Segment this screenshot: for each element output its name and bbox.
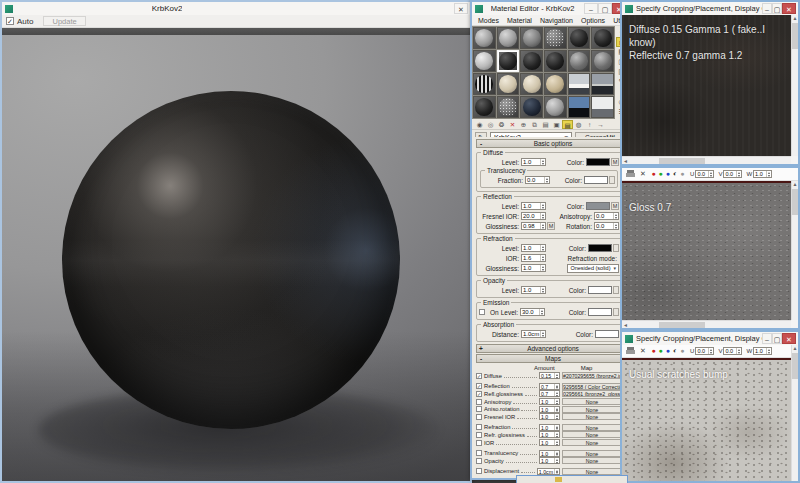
v-spinner[interactable]: 0.0 bbox=[723, 170, 742, 178]
opacity-map-button[interactable] bbox=[613, 286, 619, 294]
mono-channel-icon[interactable]: ◐ bbox=[673, 347, 677, 355]
vertical-scrollbar[interactable]: ▲ bbox=[791, 181, 798, 320]
map-button[interactable]: None bbox=[562, 450, 622, 457]
red-channel-icon[interactable]: ● bbox=[651, 170, 655, 178]
refraction-level-spinner[interactable]: 1.0 bbox=[521, 244, 546, 252]
material-sample-slot[interactable] bbox=[520, 50, 543, 72]
scroll-up-icon[interactable]: ▲ bbox=[792, 15, 798, 22]
map-amount-spinner[interactable]: 1.0 bbox=[539, 424, 560, 431]
map-button[interactable]: None bbox=[562, 398, 622, 405]
go-to-parent-icon[interactable]: ↑ bbox=[584, 120, 595, 129]
delete-icon[interactable]: ✕ bbox=[640, 347, 646, 355]
print-icon[interactable] bbox=[626, 347, 636, 355]
map-button[interactable]: 0295661 (bronze2_gloss.jpg) bbox=[562, 390, 622, 397]
material-sample-slot[interactable] bbox=[568, 50, 591, 72]
close-icon[interactable]: ✕ bbox=[782, 333, 796, 344]
map-enable-checkbox[interactable] bbox=[476, 468, 482, 474]
alpha-channel-icon[interactable]: ● bbox=[680, 170, 684, 178]
maximize-icon[interactable]: ▢ bbox=[598, 3, 612, 14]
rollout-maps[interactable]: - Maps bbox=[476, 354, 622, 363]
u-spinner[interactable]: 0.0 bbox=[695, 347, 714, 355]
crop-window-titlebar[interactable]: Specify Cropping/Placement, Display Ga..… bbox=[622, 2, 798, 15]
material-sample-slot[interactable] bbox=[473, 73, 496, 95]
red-channel-icon[interactable]: ● bbox=[651, 347, 655, 355]
scroll-left-icon[interactable]: ◄ bbox=[622, 158, 629, 164]
material-sample-slot[interactable] bbox=[544, 27, 567, 49]
texture-view[interactable]: Gloss 0.7 bbox=[622, 181, 791, 320]
map-button[interactable]: None bbox=[562, 413, 622, 420]
get-material-icon[interactable]: ◉ bbox=[474, 120, 485, 129]
anisotropy-spinner[interactable]: 0.0 bbox=[594, 212, 619, 220]
material-sample-slot[interactable] bbox=[520, 73, 543, 95]
emission-on-checkbox[interactable] bbox=[479, 309, 485, 315]
material-sample-slot[interactable] bbox=[497, 96, 520, 118]
put-to-library-icon[interactable]: ▤ bbox=[540, 120, 551, 129]
emission-map-button[interactable] bbox=[613, 308, 619, 316]
map-button[interactable]: None bbox=[562, 457, 622, 464]
w-spinner[interactable]: 1.0 bbox=[753, 170, 772, 178]
map-amount-spinner[interactable]: 0.7 bbox=[539, 390, 560, 397]
map-amount-spinner[interactable]: 1.0 bbox=[539, 398, 560, 405]
map-enable-checkbox[interactable]: ✓ bbox=[476, 373, 482, 379]
material-sample-slot[interactable] bbox=[520, 96, 543, 118]
blue-channel-icon[interactable]: ● bbox=[666, 170, 670, 178]
menu-options[interactable]: Options bbox=[577, 17, 609, 24]
horizontal-scrollbar[interactable]: ◄ bbox=[622, 156, 791, 164]
vertical-scrollbar[interactable]: ▲ bbox=[791, 15, 798, 156]
material-sample-slot[interactable] bbox=[591, 27, 614, 49]
opacity-color-swatch[interactable] bbox=[588, 286, 612, 294]
blue-channel-icon[interactable]: ● bbox=[666, 347, 670, 355]
minimize-icon[interactable]: – bbox=[762, 333, 772, 344]
diffuse-map-button[interactable]: M bbox=[611, 158, 619, 166]
update-button[interactable]: Update bbox=[43, 16, 85, 26]
material-sample-slot[interactable] bbox=[497, 27, 520, 49]
material-id-channel-icon[interactable]: ▣ bbox=[551, 120, 562, 129]
material-sample-slot[interactable] bbox=[497, 73, 520, 95]
diffuse-color-swatch[interactable] bbox=[586, 158, 610, 166]
maximize-icon[interactable]: ▢ bbox=[772, 333, 782, 344]
material-sample-slot[interactable] bbox=[591, 96, 614, 118]
glossiness-map-button[interactable]: M bbox=[547, 222, 555, 230]
translucency-color-swatch[interactable] bbox=[584, 176, 608, 184]
make-unique-icon[interactable]: ⧉ bbox=[529, 120, 540, 129]
material-sample-slot[interactable] bbox=[473, 27, 496, 49]
map-button[interactable]: None bbox=[562, 406, 622, 413]
scroll-up-icon[interactable]: ▲ bbox=[792, 181, 798, 188]
map-enable-checkbox[interactable] bbox=[476, 458, 482, 464]
print-icon[interactable] bbox=[626, 170, 636, 178]
scroll-left-icon[interactable]: ◄ bbox=[622, 322, 629, 328]
material-sample-slot-selected[interactable] bbox=[497, 50, 520, 72]
go-forward-sibling-icon[interactable]: → bbox=[595, 120, 606, 129]
close-icon[interactable]: ✕ bbox=[782, 3, 796, 14]
green-channel-icon[interactable]: ● bbox=[659, 170, 663, 178]
map-amount-spinner[interactable]: 0.7 bbox=[539, 383, 560, 390]
map-button[interactable]: None bbox=[562, 431, 622, 438]
map-button[interactable]: #2070295655 (bronze2.jpg) bbox=[562, 372, 622, 379]
map-enable-checkbox[interactable] bbox=[476, 440, 482, 446]
menu-navigation[interactable]: Navigation bbox=[536, 17, 577, 24]
material-sample-slot[interactable] bbox=[520, 27, 543, 49]
map-amount-spinner[interactable]: 1.0 bbox=[539, 450, 560, 457]
translucency-fraction-spinner[interactable]: 0.0 bbox=[525, 176, 550, 184]
material-sample-slot[interactable] bbox=[568, 96, 591, 118]
absorption-color-swatch[interactable] bbox=[595, 330, 619, 338]
map-button[interactable]: None bbox=[562, 468, 622, 475]
map-amount-spinner[interactable]: 1.0 bbox=[539, 439, 560, 446]
map-amount-spinner[interactable]: 1.0 bbox=[539, 406, 560, 413]
texture-view[interactable]: Diffuse 0.15 Gamma 1 ( fake..I know) Ref… bbox=[622, 15, 791, 156]
mono-channel-icon[interactable]: ◐ bbox=[673, 170, 677, 178]
rotation-spinner[interactable]: 0.0 bbox=[594, 222, 619, 230]
material-sample-slot[interactable] bbox=[568, 73, 591, 95]
make-material-copy-icon[interactable]: ⊕ bbox=[518, 120, 529, 129]
map-amount-spinner[interactable]: 1.0 bbox=[539, 413, 560, 420]
show-end-result-icon[interactable]: ◍ bbox=[573, 120, 584, 129]
auto-checkbox[interactable]: ✓ bbox=[6, 17, 14, 25]
translucency-map-button[interactable] bbox=[609, 176, 615, 184]
reset-map-icon[interactable]: ✕ bbox=[507, 120, 518, 129]
crop-window-titlebar[interactable]: Specify Cropping/Placement, Display Ga..… bbox=[622, 332, 798, 345]
render-window-titlebar[interactable]: KrbKov2 ✕ bbox=[2, 2, 470, 15]
glossiness-spinner[interactable]: 0.98 bbox=[521, 222, 546, 230]
map-amount-spinner[interactable]: 1.0 bbox=[539, 431, 560, 438]
menu-modes[interactable]: Modes bbox=[474, 17, 503, 24]
rollout-advanced-options[interactable]: + Advanced options bbox=[476, 344, 622, 353]
